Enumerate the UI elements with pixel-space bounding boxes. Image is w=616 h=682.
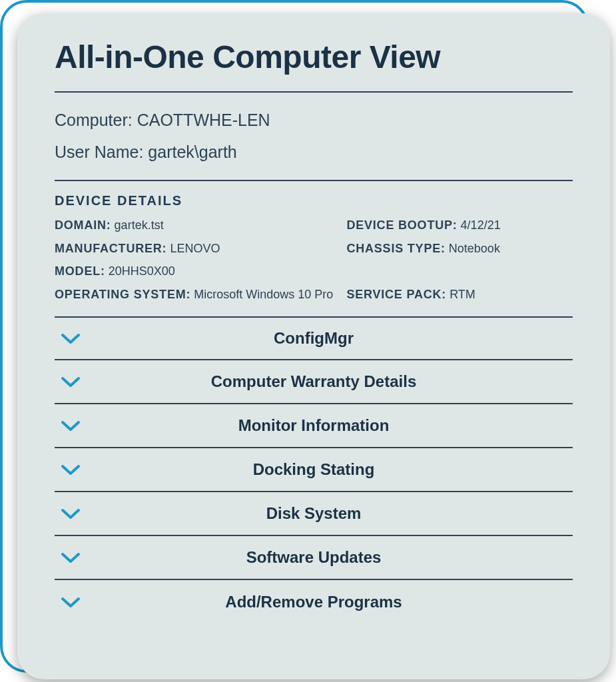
computer-label: Computer: (55, 111, 133, 129)
accordion-label: Monitor Information (55, 416, 573, 435)
computer-row: Computer: CAOTTWHE-LEN (55, 105, 573, 137)
detail-bootup: DEVICE BOOTUP: 4/12/21 (346, 215, 573, 236)
detail-os: OPERATING SYSTEM: Microsoft Windows 10 P… (55, 284, 333, 305)
username-value: gartek\garth (148, 143, 236, 161)
accordion-label: Software Updates (55, 548, 573, 567)
accordion-label: Computer Warranty Details (55, 372, 573, 391)
chevron-down-icon (60, 415, 81, 436)
detail-chassis: CHASSIS TYPE: Notebook (346, 238, 573, 259)
divider (55, 180, 573, 181)
computer-value: CAOTTWHE-LEN (137, 111, 270, 129)
computer-info: Computer: CAOTTWHE-LEN User Name: gartek… (55, 93, 573, 180)
accordion-item-configmgr[interactable]: ConfigMgr (55, 316, 573, 360)
page-title: All-in-One Computer View (55, 39, 573, 75)
accordion: ConfigMgr Computer Warranty Details Moni… (55, 316, 573, 624)
chevron-down-icon (60, 503, 81, 524)
accordion-item-docking[interactable]: Docking Stating (55, 448, 573, 492)
chevron-down-icon (60, 371, 81, 392)
username-label: User Name: (55, 143, 143, 161)
chevron-down-icon (60, 591, 81, 613)
accordion-label: ConfigMgr (55, 329, 573, 348)
detail-manufacturer: MANUFACTURER: LENOVO (55, 238, 333, 259)
chevron-down-icon (60, 547, 81, 568)
accordion-item-programs[interactable]: Add/Remove Programs (55, 580, 573, 624)
accordion-item-warranty[interactable]: Computer Warranty Details (55, 360, 573, 404)
accordion-item-disk[interactable]: Disk System (55, 492, 573, 536)
username-row: User Name: gartek\garth (55, 137, 573, 169)
detail-domain: DOMAIN: gartek.tst (55, 215, 333, 236)
detail-service-pack: SERVICE PACK: RTM (346, 284, 573, 305)
chevron-down-icon (60, 328, 81, 349)
chevron-down-icon (60, 459, 81, 480)
accordion-item-updates[interactable]: Software Updates (55, 536, 573, 580)
device-details-header: DEVICE DETAILS (55, 193, 573, 208)
device-details-grid: DOMAIN: gartek.tst DEVICE BOOTUP: 4/12/2… (55, 215, 573, 316)
accordion-label: Disk System (55, 504, 573, 523)
accordion-label: Docking Stating (55, 460, 573, 479)
accordion-item-monitor[interactable]: Monitor Information (55, 404, 573, 448)
computer-view-card: All-in-One Computer View Computer: CAOTT… (17, 13, 610, 679)
accordion-label: Add/Remove Programs (55, 593, 573, 611)
detail-model: MODEL: 20HHS0X00 (55, 261, 333, 282)
